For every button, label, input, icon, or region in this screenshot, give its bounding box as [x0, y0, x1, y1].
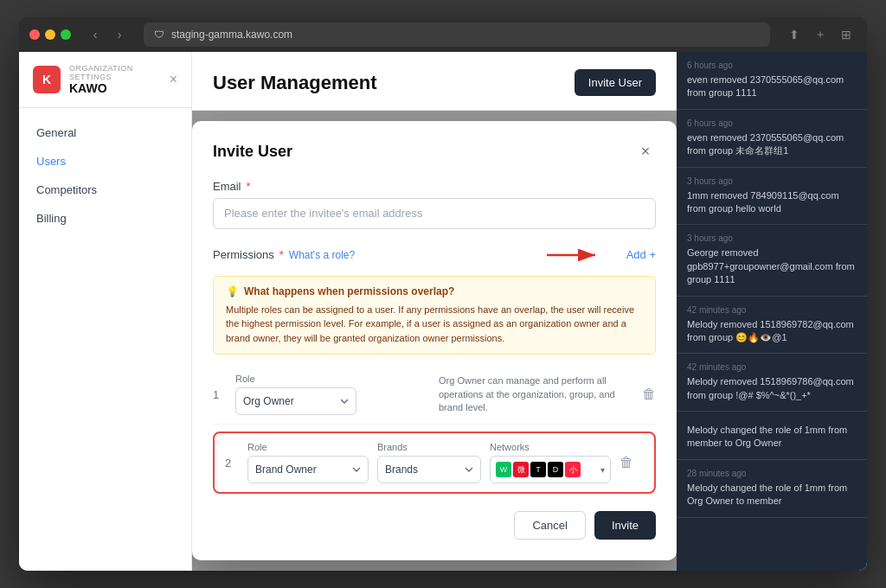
invite-user-modal: Invite User × Email*	[192, 121, 677, 561]
activity-text: Melody removed 1518969786@qq.com from gr…	[687, 375, 857, 402]
new-tab-icon[interactable]: ＋	[810, 24, 831, 45]
sidebar-org-info: ORGANIZATION SETTINGS KAWO	[69, 64, 161, 95]
activity-time: 6 hours ago	[687, 61, 857, 70]
whats-role-link[interactable]: What's a role?	[289, 249, 355, 261]
share-icon[interactable]: ⬆	[784, 24, 805, 45]
browser-actions: ⬆ ＋ ⊞	[784, 24, 857, 45]
activity-time: 42 minutes ago	[687, 305, 857, 315]
activity-time: 3 hours ago	[687, 176, 857, 186]
delete-row-2-icon[interactable]: 🗑	[620, 455, 633, 470]
modal-footer: Cancel Invite	[213, 511, 656, 540]
role-description-1: Org Owner can manage and perform all ope…	[439, 374, 633, 414]
activity-text: Melody removed 1518969782@qq.com from gr…	[687, 318, 857, 345]
permissions-header: Permissions* What's a role?	[213, 243, 656, 267]
address-bar[interactable]: 🛡 staging-gamma.kawo.com	[144, 22, 770, 47]
sidebar-nav: General Users Competitors Billing	[19, 108, 191, 243]
activity-panel: 6 hours ago even removed 2370555065@qq.c…	[677, 52, 867, 571]
brands-col-header: Brands	[377, 442, 481, 452]
app-content: K ORGANIZATION SETTINGS KAWO × General U…	[19, 52, 867, 571]
traffic-lights	[29, 29, 71, 40]
activity-time: 42 minutes ago	[687, 362, 857, 372]
maximize-traffic-light[interactable]	[61, 29, 71, 40]
main-body: User Role Brands Networks S	[192, 111, 677, 571]
modal-close-button[interactable]: ×	[635, 142, 656, 163]
url-text: staging-gamma.kawo.com	[171, 29, 292, 41]
add-permission-button[interactable]: Add +	[626, 248, 656, 261]
email-form-group: Email*	[213, 180, 656, 229]
sidebar-item-users[interactable]: Users	[19, 147, 191, 176]
cancel-button[interactable]: Cancel	[514, 511, 585, 540]
role-select-1[interactable]: Org Owner	[235, 387, 356, 415]
minimize-traffic-light[interactable]	[45, 29, 55, 40]
activity-text: Melody changed the role of 1mm from Org …	[687, 482, 857, 508]
browser-window: ‹ › 🛡 staging-gamma.kawo.com ⬆ ＋ ⊞ K ORG…	[19, 17, 867, 571]
brands-select-group: Role Brand Owner	[247, 442, 369, 483]
networks-select-group: Networks W 微 T D 小 ▾	[490, 442, 611, 483]
sidebar: K ORGANIZATION SETTINGS KAWO × General U…	[19, 52, 192, 571]
email-label: Email*	[213, 180, 656, 193]
sidebar-close-icon[interactable]: ×	[170, 72, 177, 87]
networks-wechat-icon: W	[496, 462, 511, 477]
permissions-label: Permissions*	[213, 248, 284, 261]
sidebar-item-general[interactable]: General	[19, 118, 191, 147]
activity-time: 28 minutes ago	[687, 469, 857, 478]
activity-time: 3 hours ago	[687, 233, 857, 243]
networks-col-header: Networks	[490, 442, 611, 452]
activity-item: 3 hours ago 1mm removed 784909115@qq.com…	[677, 168, 867, 226]
networks-red-icon: 小	[565, 462, 581, 477]
browser-nav: ‹ ›	[85, 24, 130, 45]
activity-item: 6 hours ago even removed 2370555065@qq.c…	[677, 52, 867, 110]
activity-item: 42 minutes ago Melody removed 1518969786…	[677, 354, 867, 412]
row-number-1: 1	[213, 388, 227, 401]
main-header: User Management Invite User	[192, 52, 677, 111]
role-info-1: Role Org Owner	[235, 374, 430, 415]
networks-douyin-icon: D	[548, 462, 563, 477]
activity-item: 3 hours ago George removed gpb8977+group…	[677, 225, 867, 296]
main-content: User Management Invite User User Role Br…	[192, 52, 677, 571]
page-title: User Management	[213, 72, 377, 94]
activity-item: Melody changed the role of 1mm from memb…	[677, 412, 867, 460]
activity-text: even removed 2370555065@qq.com from grou…	[687, 131, 857, 158]
kawo-logo: K	[33, 66, 61, 93]
activity-text: 1mm removed 784909115@qq.com from group …	[687, 189, 857, 216]
browser-titlebar: ‹ › 🛡 staging-gamma.kawo.com ⬆ ＋ ⊞	[19, 17, 867, 52]
invite-user-button[interactable]: Invite User	[575, 69, 656, 96]
org-label: ORGANIZATION SETTINGS	[69, 64, 161, 81]
grid-icon[interactable]: ⊞	[836, 24, 857, 45]
networks-multiselect[interactable]: W 微 T D 小 ▾	[490, 456, 611, 483]
role-select-2[interactable]: Brand Owner	[247, 456, 369, 483]
networks-chevron-icon: ▾	[600, 465, 605, 475]
close-traffic-light[interactable]	[29, 29, 40, 40]
networks-weibo-icon: 微	[513, 462, 529, 477]
permissions-form-group: Permissions* What's a role?	[213, 243, 656, 495]
permissions-info-box: 💡 What happens when permissions overlap?…	[213, 276, 656, 355]
org-name: KAWO	[69, 81, 161, 95]
invite-submit-button[interactable]: Invite	[594, 511, 656, 540]
modal-title: Invite User	[213, 143, 292, 161]
role-label-1: Role	[235, 374, 430, 384]
info-box-title: 💡 What happens when permissions overlap?	[226, 285, 643, 297]
modal-overlay: Invite User × Email*	[192, 111, 677, 571]
info-box-text: Multiple roles can be assigned to a user…	[226, 303, 643, 346]
back-button[interactable]: ‹	[85, 24, 106, 45]
forward-button[interactable]: ›	[109, 24, 130, 45]
permission-row-2: 2 Role Brand Owner Brands	[213, 431, 656, 494]
activity-text: George removed gpb8977+groupowner@gmail.…	[687, 246, 857, 286]
activity-time: 6 hours ago	[687, 118, 857, 128]
activity-item: 28 minutes ago Melody changed the role o…	[677, 460, 867, 518]
sidebar-item-competitors[interactable]: Competitors	[19, 176, 191, 204]
brand-select-group: Brands Brands	[377, 442, 481, 483]
delete-row-1-icon[interactable]: 🗑	[642, 387, 656, 402]
sidebar-item-billing[interactable]: Billing	[19, 204, 191, 233]
role-col-header: Role	[247, 442, 369, 452]
permissions-label-row: Permissions* What's a role?	[213, 248, 355, 261]
brands-select[interactable]: Brands	[377, 456, 481, 483]
red-arrow-annotation	[547, 243, 616, 267]
networks-tiktok-icon: T	[530, 462, 546, 477]
sidebar-header: K ORGANIZATION SETTINGS KAWO ×	[19, 52, 191, 108]
activity-text: Melody changed the role of 1mm from memb…	[687, 424, 857, 451]
row-number-2: 2	[225, 457, 239, 470]
permission-row-1: 1 Role Org Owner Org Owner can manage an…	[213, 365, 656, 425]
activity-item: 42 minutes ago Melody removed 1518969782…	[677, 297, 867, 355]
email-input[interactable]	[213, 198, 656, 229]
